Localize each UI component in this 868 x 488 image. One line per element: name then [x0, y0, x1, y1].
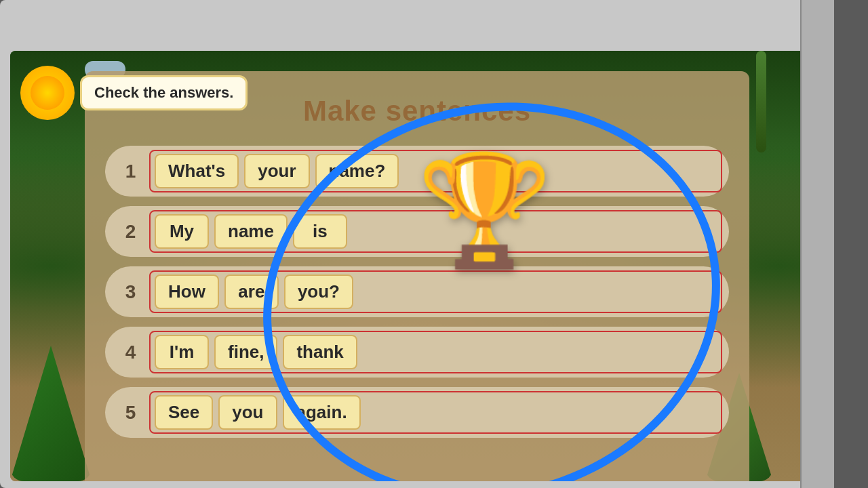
- main-board: Make sentences 1 What's your name? 2: [85, 71, 749, 481]
- trophy-icon: 🏆: [417, 156, 553, 264]
- row-number-4: 4: [112, 342, 149, 363]
- word-chip-3-1[interactable]: How: [155, 274, 219, 309]
- word-group-3: How are you?: [149, 270, 722, 313]
- word-group-4: I'm fine, thank: [149, 331, 722, 373]
- game-area: Check the answers. Make sentences 1 What…: [10, 51, 821, 481]
- word-chip-3-3[interactable]: you?: [284, 274, 353, 309]
- word-group-5: See you again.: [149, 391, 722, 434]
- row-number-2: 2: [112, 221, 149, 243]
- check-answers-bubble: Check the answers.: [20, 66, 248, 120]
- sentence-row-5: 5 See you again.: [105, 387, 729, 438]
- word-chip-4-1[interactable]: I'm: [155, 335, 209, 369]
- word-chip-5-2[interactable]: you: [218, 395, 277, 430]
- word-chip-5-3[interactable]: again.: [283, 395, 361, 430]
- word-chip-5-1[interactable]: See: [155, 395, 213, 430]
- word-chip-3-2[interactable]: are: [224, 274, 279, 309]
- outer-frame: Check the answers. Make sentences 1 What…: [0, 0, 834, 488]
- sun-character: [20, 66, 75, 120]
- sentence-row-3: 3 How are you?: [105, 266, 729, 317]
- right-panel: [800, 0, 834, 488]
- sentence-row-4: 4 I'm fine, thank: [105, 327, 729, 378]
- vine-decoration: [756, 51, 766, 152]
- word-chip-1-1[interactable]: What's: [155, 154, 239, 188]
- word-chip-1-3[interactable]: name?: [315, 154, 399, 188]
- row-number-3: 3: [112, 281, 149, 303]
- row-number-1: 1: [112, 161, 149, 182]
- check-text-bubble: Check the answers.: [80, 75, 248, 110]
- word-chip-4-2[interactable]: fine,: [214, 335, 277, 369]
- word-chip-2-1[interactable]: My: [155, 214, 209, 249]
- word-chip-2-2[interactable]: name: [214, 214, 288, 249]
- word-chip-4-3[interactable]: thank: [283, 335, 357, 369]
- word-chip-2-3[interactable]: is: [293, 214, 347, 249]
- row-number-5: 5: [112, 402, 149, 424]
- sun-face: [31, 76, 64, 110]
- word-chip-1-2[interactable]: your: [244, 154, 309, 188]
- check-text: Check the answers.: [94, 84, 233, 101]
